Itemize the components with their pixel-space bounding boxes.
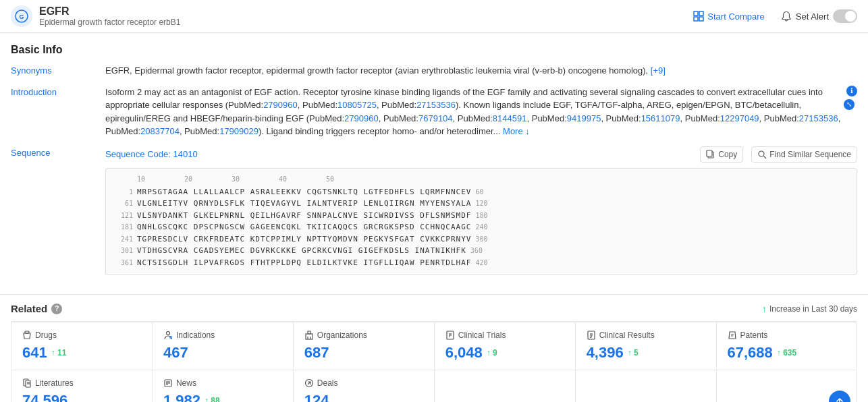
svg-point-8 [759,151,764,156]
stat-clinical-trials-label: Clinical Trials [458,331,506,340]
stat-literatures-number: 74,596 [22,392,141,402]
pubmed-link-9[interactable]: 12297049 [720,113,759,123]
pubmed-link-2[interactable]: 10805725 [337,100,377,110]
find-similar-button[interactable]: Find Similar Sequence [751,146,857,163]
stat-literatures[interactable]: Literatures 74,596 [11,370,152,402]
literatures-icon [22,378,32,388]
seq-end-num: 420 [475,258,487,269]
set-alert-toggle[interactable] [833,9,857,23]
pubmed-link-6[interactable]: 8144591 [493,113,527,123]
stat-clinical-results-value: 4,396 [587,344,624,362]
gene-title: EGFR [39,5,180,18]
intro-sep-2: , PubMed: [377,100,416,110]
seq-row-1: 1 MRPSGTAGAA LLALLAALCP ASRALEEKKV CQGTS… [111,187,851,198]
scroll-to-top-button[interactable] [829,391,850,402]
stat-organizations[interactable]: Organizations 687 [293,322,434,370]
intro-sep-6: , PubMed: [601,113,641,123]
stat-deals-number: 124 [304,392,423,402]
stat-literatures-label: Literatures [35,378,74,388]
increase-label: ↑ Increase in Last 30 days [762,304,857,314]
seq-end-num: 60 [475,187,483,198]
svg-text:G: G [19,13,24,20]
expand-icon[interactable]: ⤡ [844,99,855,110]
stat-organizations-category: Organizations [304,331,423,340]
stat-clinical-trials[interactable]: Clinical Trials 6,048 ↑ 9 [434,322,575,370]
pubmed-link-5[interactable]: 7679104 [418,113,453,123]
related-title-text: Related [11,303,47,314]
gene-icon: G [11,5,32,27]
stat-deals[interactable]: Deals 124 [293,370,434,402]
pubmed-link-12[interactable]: 17909029 [219,126,259,136]
pubmed-link-7[interactable]: 9419975 [567,113,601,123]
stat-indications-number: 467 [163,344,282,362]
seq-end-num: 240 [475,222,487,233]
introduction-value: Isoform 2 may act as an antagonist of EG… [105,86,857,138]
seq-row-4: 181 QNHLGSCQKC DPSCPNGSCW GAGEENCQKL TKI… [111,222,851,233]
stat-news[interactable]: News 1,982 ↑ 88 [152,370,293,402]
stat-clinical-results-label: Clinical Results [599,331,655,340]
stat-indications-value: 467 [163,344,188,362]
introduction-more-link[interactable]: More ↓ [503,126,530,136]
stat-drugs[interactable]: Drugs 641 ↑ 11 [11,322,152,370]
pubmed-link-3[interactable]: 27153536 [416,100,456,110]
intro-sep-3: , PubMed: [379,113,418,123]
stat-drugs-label: Drugs [35,331,57,340]
sequence-box[interactable]: 1020304050 1 MRPSGTAGAA LLALLAALCP ASRAL… [105,168,857,276]
stat-organizations-number: 687 [304,344,423,362]
stat-drugs-change: ↑ 11 [51,348,67,357]
seq-data: QNHLGSCQKC DPSCPNGSCW GAGEENCQKL TKIICAQ… [137,222,471,233]
patents-icon [728,331,737,340]
search-icon [757,150,767,159]
sequence-row: Sequence Sequence Code: 14010 Copy [11,146,857,276]
deals-icon [304,378,314,388]
stat-clinical-trials-number: 6,048 ↑ 9 [445,344,564,362]
synonyms-more-link[interactable]: [+9] [651,65,666,76]
pubmed-link-1[interactable]: 2790960 [263,100,298,110]
seq-num: 301 [111,246,137,257]
seq-data: TGPRESDCLV CRKFRDEATC KDTCPPIMLY NPTTYQM… [137,234,471,246]
sequence-label: Sequence [11,146,105,158]
stat-indications-category: Indications [163,331,282,340]
gene-subtitle: Epidermal growth factor receptor erbB1 [39,18,180,27]
stat-clinical-results-category: Clinical Results [587,331,705,340]
svg-rect-13 [306,334,313,339]
stat-clinical-trials-value: 6,048 [445,344,483,362]
pubmed-link-10[interactable]: 27153536 [799,113,838,123]
indications-icon [163,331,173,340]
info-icon[interactable]: ℹ [846,86,857,96]
intro-sep-8: , PubMed: [759,113,799,123]
seq-data: NCTSISGDLH ILPVAFRGDS FTHTPPLDPQ ELDILKT… [137,258,471,269]
pubmed-link-11[interactable]: 20837704 [140,126,180,136]
related-info-icon[interactable]: ? [51,304,62,314]
stat-news-label: News [176,378,196,388]
introduction-row: Introduction Isoform 2 may act as an ant… [11,86,857,138]
intro-side-icons: ℹ ⤡ [844,86,857,110]
stat-patents-number: 67,688 ↑ 635 [728,344,846,362]
stat-deals-value: 124 [304,392,329,402]
sequence-code-link[interactable]: Sequence Code: 14010 [105,148,198,161]
stat-literatures-category: Literatures [22,378,141,388]
seq-row-6: 301 VTDHGSCVRA CGADSYEMEC DGVRKCKKE GPCR… [111,246,851,257]
stat-news-number: 1,982 ↑ 88 [163,392,282,402]
svg-point-11 [166,332,169,335]
stat-indications[interactable]: Indications 467 [152,322,293,370]
stat-literatures-value: 74,596 [22,392,67,402]
seq-data: VTDHGSCVRA CGADSYEMEC DGVRKCKKE GPCRKCVN… [137,246,466,257]
copy-icon [706,150,715,159]
stat-patents[interactable]: Patents 67,688 ↑ 635 [716,322,857,370]
alert-icon [781,11,792,22]
increase-label-text: Increase in Last 30 days [769,304,857,314]
organizations-icon [304,331,314,340]
scroll-up-icon [834,396,845,402]
stat-news-category: News [163,378,282,388]
copy-button[interactable]: Copy [700,146,743,163]
stat-scroll-button[interactable] [716,370,857,402]
seq-end-num: 300 [475,234,487,246]
pubmed-link-8[interactable]: 15611079 [641,113,680,123]
stat-deals-label: Deals [317,378,338,388]
start-compare-button[interactable]: Start Compare [688,8,770,24]
pubmed-link-4[interactable]: 2790960 [344,113,379,123]
stat-clinical-results[interactable]: Clinical Results 4,396 ↑ 5 [575,322,716,370]
find-similar-label: Find Similar Sequence [769,150,851,159]
seq-row-7: 361 NCTSISGDLH ILPVAFRGDS FTHTPPLDPQ ELD… [111,258,851,269]
